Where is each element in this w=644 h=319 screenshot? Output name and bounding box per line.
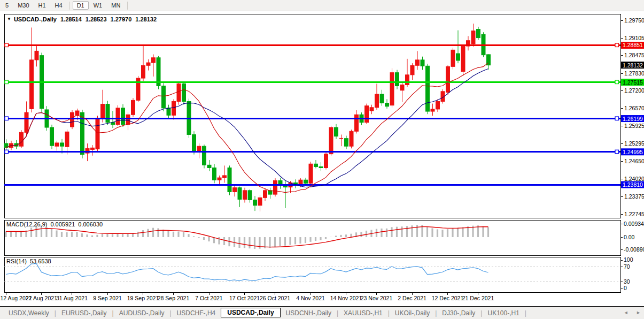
candle-body bbox=[142, 65, 145, 78]
price-axis-label: 1.27200 bbox=[624, 87, 644, 94]
candle-body bbox=[274, 180, 277, 194]
candle-body bbox=[365, 106, 369, 123]
macd-value-main: 0.005921 bbox=[50, 221, 75, 227]
price-line-handle[interactable] bbox=[615, 150, 619, 154]
ohlc-close: 1.28132 bbox=[135, 16, 157, 22]
ohlc-high: 1.28523 bbox=[86, 16, 107, 22]
toolbar-separator bbox=[69, 2, 70, 10]
price-line-handle[interactable] bbox=[5, 43, 9, 47]
timeframe-button-m30[interactable]: M30 bbox=[13, 1, 33, 10]
price-line-handle[interactable] bbox=[615, 43, 619, 47]
rsi-indicator-label: RSI(14)53.6538 bbox=[6, 258, 51, 264]
tab-scroll-arrows: ◄ ► bbox=[617, 310, 641, 315]
tab-uk100-h1[interactable]: UK100-,H1 bbox=[482, 308, 524, 318]
candle-body bbox=[218, 178, 221, 180]
price-line-handle[interactable] bbox=[615, 80, 619, 84]
current-price-tag: 1.28132 bbox=[623, 62, 643, 69]
candle-body bbox=[121, 108, 125, 125]
ohlc-open: 1.28514 bbox=[60, 16, 82, 22]
candle-body bbox=[345, 139, 348, 146]
candle-body bbox=[126, 115, 130, 125]
timeframe-button-d1[interactable]: D1 bbox=[73, 1, 89, 10]
rsi-name: RSI(14) bbox=[6, 258, 27, 264]
tab-usdx-weekly[interactable]: USDX,Weekly bbox=[3, 308, 55, 318]
tab-scroll-right-icon[interactable]: ► bbox=[636, 310, 641, 315]
price-line-handle[interactable] bbox=[5, 117, 9, 120]
timeframe-button-mn[interactable]: MN bbox=[107, 1, 125, 10]
tab-usdchf-h4[interactable]: USDCHF-,H4 bbox=[172, 308, 221, 318]
candle-body bbox=[304, 180, 308, 183]
rsi-value: 53.6538 bbox=[30, 258, 51, 264]
ohlc-low: 1.27970 bbox=[111, 16, 132, 22]
date-axis-label: 4 Nov 2021 bbox=[296, 295, 325, 301]
date-axis-label: 17 Oct 2021 bbox=[229, 295, 260, 301]
candle-body bbox=[101, 104, 105, 118]
rsi-axis-label: 0 bbox=[624, 285, 627, 291]
candle-body bbox=[60, 143, 64, 146]
date-axis-label: 9 Sep 2021 bbox=[93, 295, 122, 301]
tab-usdcnh-daily[interactable]: USDCNH-,Daily bbox=[281, 308, 337, 318]
date-axis-label: 23 Nov 2021 bbox=[361, 295, 393, 301]
candle-body bbox=[421, 60, 424, 66]
candle-body bbox=[309, 164, 313, 183]
rsi-axis-label: 30 bbox=[624, 278, 630, 285]
price-axis-label: 1.22745 bbox=[624, 211, 644, 217]
price-axis-label: 1.25925 bbox=[624, 123, 644, 129]
timeframe-button-h4[interactable]: H4 bbox=[51, 1, 67, 10]
candle-body bbox=[146, 63, 150, 65]
tab-usdcad-daily[interactable]: USDCAD-,Daily bbox=[221, 308, 280, 317]
price-axis-label: 1.23375 bbox=[624, 193, 644, 200]
price-line-handle[interactable] bbox=[615, 117, 619, 120]
candle-body bbox=[390, 73, 394, 105]
tab-eurusd-daily[interactable]: EURUSD-,Daily bbox=[56, 308, 112, 318]
chart-symbol-label: USDCAD-,Daily bbox=[14, 16, 57, 22]
candle-body bbox=[131, 100, 135, 115]
candle-body bbox=[406, 75, 409, 85]
timeframe-button-h1[interactable]: H1 bbox=[34, 1, 50, 10]
candle-body bbox=[258, 198, 262, 205]
timeframe-toolbar: 5M30H1H4D1W1MN bbox=[0, 0, 644, 11]
candle-body bbox=[324, 154, 328, 168]
candle-body bbox=[350, 131, 353, 146]
candle-body bbox=[50, 127, 54, 146]
candle-body bbox=[203, 146, 206, 165]
candle-body bbox=[477, 29, 480, 38]
candle-body bbox=[243, 191, 247, 200]
macd-axis-label: -0.00890 bbox=[624, 246, 644, 253]
candle-body bbox=[451, 50, 455, 66]
tab-separator: | bbox=[525, 309, 526, 317]
macd-axis-label: 0.00934 bbox=[624, 221, 644, 227]
price-line-handle[interactable] bbox=[5, 150, 9, 154]
candle-body bbox=[238, 188, 242, 200]
date-axis-label: 31 Aug 2021 bbox=[56, 295, 88, 301]
candle-body bbox=[355, 115, 359, 131]
candle-body bbox=[314, 164, 318, 166]
tab-scroll-left-icon[interactable]: ◄ bbox=[624, 310, 629, 315]
candle-body bbox=[426, 66, 430, 111]
candle-body bbox=[55, 143, 59, 146]
chart-title: ▼USDCAD-,Daily1.285141.285231.279701.281… bbox=[7, 16, 157, 22]
tab-audusd-daily[interactable]: AUDUSD-,Daily bbox=[114, 308, 170, 318]
candle-body bbox=[233, 188, 237, 192]
candle-body bbox=[370, 108, 374, 111]
tab-xauusd-h1[interactable]: XAUUSD-,H1 bbox=[338, 308, 388, 318]
price-tag-1.28851: 1.28851 bbox=[623, 42, 643, 48]
candle-body bbox=[106, 104, 110, 123]
candle-body bbox=[461, 46, 465, 72]
toolbar-separator bbox=[127, 2, 128, 10]
timeframe-button-5[interactable]: 5 bbox=[1, 1, 13, 10]
candle-body bbox=[329, 127, 333, 154]
candle-body bbox=[446, 66, 450, 92]
candle-body bbox=[35, 51, 38, 60]
candle-body bbox=[223, 176, 227, 178]
candle-body bbox=[182, 83, 186, 101]
price-tag-1.23810: 1.23810 bbox=[623, 181, 643, 188]
candle-body bbox=[192, 134, 196, 151]
tab-ukoil-daily[interactable]: UKOil-,Daily bbox=[390, 308, 435, 318]
date-axis-label: 2 Dec 2021 bbox=[398, 295, 426, 301]
tab-dj30-daily[interactable]: DJ30-,Daily bbox=[437, 308, 480, 318]
timeframe-button-w1[interactable]: W1 bbox=[89, 1, 107, 10]
rsi-panel[interactable] bbox=[4, 257, 620, 292]
chart-canvas[interactable]: 1.297501.291051.284751.278301.272001.265… bbox=[0, 0, 644, 319]
price-line-handle[interactable] bbox=[5, 80, 9, 84]
